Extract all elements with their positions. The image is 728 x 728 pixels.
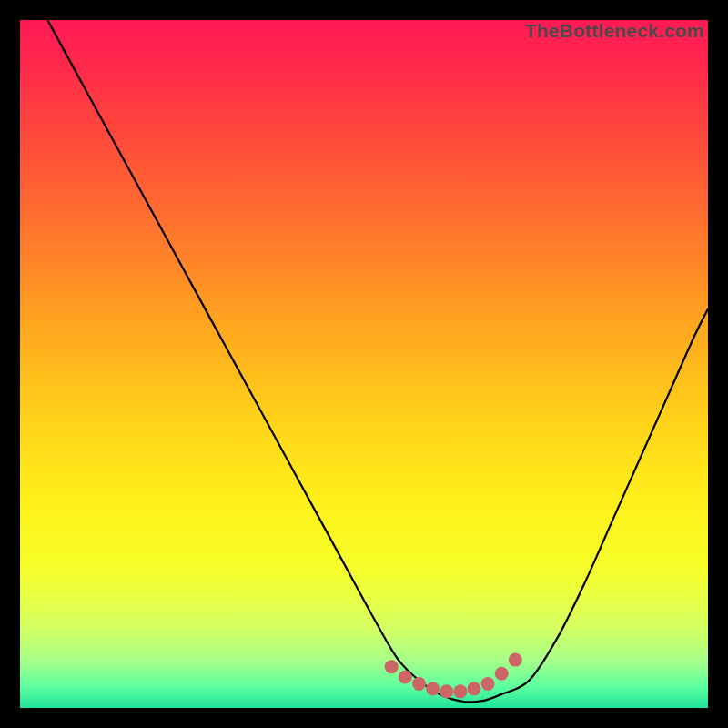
dot — [467, 682, 480, 695]
gradient-background — [20, 20, 708, 708]
watermark-text: TheBottleneck.com — [525, 20, 704, 42]
chart-svg — [20, 20, 708, 708]
chart-frame: TheBottleneck.com — [0, 0, 728, 728]
dot — [412, 677, 426, 691]
plot-area: TheBottleneck.com — [20, 20, 708, 708]
dot — [385, 660, 399, 673]
dot — [426, 682, 440, 695]
dot — [453, 684, 467, 698]
dot — [440, 684, 453, 698]
dot — [495, 667, 509, 681]
dot — [399, 670, 412, 683]
dot — [481, 677, 495, 691]
dot — [509, 653, 522, 667]
